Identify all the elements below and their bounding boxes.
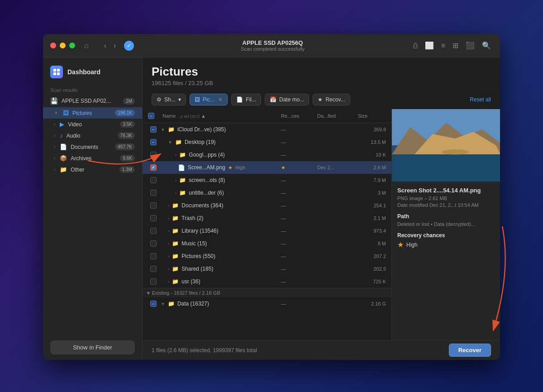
row-checkbox-trash[interactable] <box>146 215 161 221</box>
detail-recovery-value: ★ High <box>397 240 495 249</box>
usr-label: usr (36) <box>181 278 200 285</box>
row-checkbox-data[interactable]: − <box>146 301 161 307</box>
sidebar-item-video[interactable]: › ▶ Video 3.5K <box>43 119 142 130</box>
sidebar: Dashboard Scan results 💾 APPLE SSD AP02.… <box>43 57 143 360</box>
sidebar-item-archives[interactable]: › 📦 Archives 9.6K <box>43 153 142 164</box>
show-finder-button[interactable]: Show in Finder <box>50 340 135 354</box>
bottom-bar: 1 files (2.6 MB) selected, 1999397 files… <box>143 340 500 360</box>
filter-pictures-label: Pic... <box>203 96 215 103</box>
row-checkbox-untitled[interactable] <box>146 190 161 196</box>
folder-icon-untitled: 📁 <box>179 190 186 196</box>
row-checkbox-shared[interactable] <box>146 266 161 272</box>
row-checkbox-screenshot[interactable]: ✓ <box>146 164 161 171</box>
table-row: › 📁 Googl...pps (4) — 10 K <box>143 148 391 161</box>
home-button[interactable]: ⌂ <box>81 40 92 52</box>
select-all-checkbox[interactable]: − <box>148 113 154 119</box>
table-row: › 📁 Trash (2) — 2.1 M <box>143 212 391 225</box>
folder-icon-library: 📁 <box>172 228 179 234</box>
chevron-right-icon-docs: › <box>54 144 55 149</box>
filter-pictures-button[interactable]: 🖼 Pic... ✕ <box>190 94 228 105</box>
svg-rect-2 <box>392 154 500 182</box>
chevron-right-icon: › <box>54 122 55 127</box>
folder-icon-google: 📁 <box>179 152 186 158</box>
screens-label: screen...ots (8) <box>189 177 225 183</box>
filter-date-label: Date mo... <box>279 96 304 103</box>
sidebar-item-dashboard[interactable]: Dashboard <box>43 57 142 84</box>
table-row: › 📁 Library (13546) — 973.4 <box>143 225 391 237</box>
detail-path-value: Deleted or lost • Data (decrypted)... <box>397 221 495 227</box>
pictures-label-row: Pictures (550) <box>181 253 215 259</box>
search-icon[interactable]: 🔍 <box>480 39 493 52</box>
dashboard-grid-icon <box>53 69 60 75</box>
detail-panel: Screen Shot 2....54.14 AM.png PNG image … <box>391 109 500 340</box>
row-name-google: › 📁 Googl...pps (4) <box>161 152 279 158</box>
audio-icon: ♪ <box>60 132 63 139</box>
music-label: Music (15) <box>181 240 207 247</box>
folder-icon[interactable]: ⬜ <box>423 39 436 52</box>
star-filter-icon: ★ <box>318 96 323 103</box>
archives-icon: 📦 <box>60 155 67 162</box>
filter-icon: ⚙ <box>157 96 162 103</box>
folder-icon-desktop: 📁 <box>175 139 182 145</box>
docs-size: 254.1 <box>356 203 388 208</box>
filter-date-button[interactable]: 📅 Date mo... <box>265 94 309 105</box>
archives-count: 9.6K <box>120 155 135 162</box>
table-row: › 📁 Pictures (550) — 207.2 <box>143 250 391 263</box>
toolbar-right: ⎙ ⬜ ≡ ⊞ ⬛ 🔍 <box>411 39 493 52</box>
reset-all-button[interactable]: Reset all <box>470 96 491 103</box>
forward-button[interactable]: › <box>111 40 119 52</box>
close-filter-icon[interactable]: ✕ <box>218 96 223 103</box>
titlebar: ⌂ ‹ › ✓ APPLE SSD AP0256Q Scan completed… <box>43 34 500 57</box>
list-view-icon[interactable]: ≡ <box>439 40 447 52</box>
sidebar-item-pictures[interactable]: ▼ 🖼 Pictures 196.1K <box>43 107 142 119</box>
back-button[interactable]: ‹ <box>101 40 109 52</box>
split-view-icon[interactable]: ⬛ <box>464 39 476 52</box>
th-size: Size <box>356 111 388 120</box>
maximize-button[interactable] <box>69 43 75 48</box>
new-file-icon[interactable]: ⎙ <box>411 40 419 52</box>
device-icon: 💾 <box>50 97 58 105</box>
sidebar-item-audio[interactable]: › ♪ Audio 76.3K <box>43 130 142 141</box>
row-checkbox-google[interactable] <box>146 152 161 158</box>
table-body[interactable]: − ▼ 📁 iCloud Dr...ve) (385) — 269.8 <box>143 123 391 340</box>
pictures-count: 196.1K <box>115 110 135 116</box>
detail-filename: Screen Shot 2....54.14 AM.png <box>397 187 495 194</box>
folder-icon-music: 📁 <box>172 240 179 247</box>
row-checkbox-desktop[interactable]: − <box>146 139 161 145</box>
svg-point-5 <box>442 149 469 155</box>
untitled-size: 3 M <box>356 190 388 196</box>
row-name-library: › 📁 Library (13546) <box>161 228 279 234</box>
table-detail-container: − Name ...y sel (317) ▲ Re...ces Da...fi… <box>143 109 500 340</box>
recover-button[interactable]: Recover <box>449 344 491 357</box>
row-checkbox-usr[interactable] <box>146 278 161 285</box>
row-checkbox-screenfolder[interactable] <box>146 177 161 183</box>
sidebar-item-other[interactable]: › 📁 Other 1.3M <box>43 164 142 175</box>
page-title: Pictures <box>152 65 491 79</box>
row-name-docs: › 📁 Documents (364) <box>161 202 279 209</box>
filter-files-button[interactable]: 📄 Fil... <box>231 94 261 105</box>
row-checkbox-icloud[interactable]: − <box>146 126 161 133</box>
sidebar-item-documents[interactable]: › 📄 Documents 457.7K <box>43 141 142 153</box>
sidebar-device[interactable]: 💾 APPLE SSD AP02... 2M <box>43 95 142 107</box>
data-size: 2.16 G <box>356 301 388 306</box>
chevron-right-trash: › <box>168 216 169 221</box>
other-count: 1.3M <box>119 166 135 173</box>
filter-show-button[interactable]: ⚙ Sh... ▾ <box>152 94 186 105</box>
folder-icon-pictures: 📁 <box>172 253 179 259</box>
minus-icon: − <box>150 114 152 119</box>
row-name-screenfolder: › 📁 screen...ots (8) <box>161 177 279 183</box>
row-name-icloud: ▼ 📁 iCloud Dr...ve) (385) <box>161 126 279 133</box>
grid-view-icon[interactable]: ⊞ <box>451 39 460 52</box>
row-checkbox-library[interactable] <box>146 228 161 234</box>
untitled-label: untitle...der (6) <box>189 190 224 196</box>
minimize-button[interactable] <box>60 43 66 48</box>
row-checkbox-pictures[interactable] <box>146 253 161 259</box>
close-button[interactable] <box>50 43 56 48</box>
filter-recovery-button[interactable]: ★ Recov... <box>313 94 350 105</box>
shared-size: 202.5 <box>356 266 388 272</box>
docs-recovery: — <box>279 203 315 208</box>
row-checkbox-music[interactable] <box>146 240 161 247</box>
th-name[interactable]: Name ...y sel (317) ▲ <box>161 111 279 120</box>
row-checkbox-docs[interactable] <box>146 202 161 209</box>
library-label: Library (13546) <box>181 228 218 234</box>
